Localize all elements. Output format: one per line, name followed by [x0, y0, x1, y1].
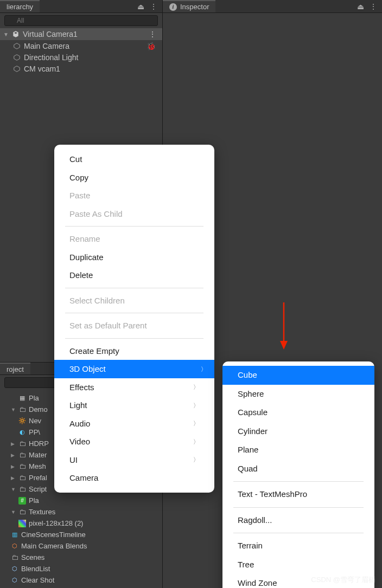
ctx-set-default-parent: Set as Default Parent — [54, 316, 214, 335]
folder-icon: 🗀 — [19, 474, 26, 482]
watermark: CSDN @雪弯了眉梢 — [311, 575, 375, 585]
project-item[interactable]: ▥CineScenesTimeline — [0, 529, 162, 540]
project-tab-label: roject — [7, 365, 24, 373]
folder-icon: 🗀 — [11, 553, 18, 561]
scene-name: Virtual Camera1 — [23, 30, 78, 38]
project-folder[interactable]: 🗀Scenes — [0, 552, 162, 563]
folder-icon: 🗀 — [19, 451, 26, 459]
ctx-copy[interactable]: Copy — [54, 169, 214, 187]
ctx-duplicate[interactable]: Duplicate — [54, 248, 214, 267]
project-item[interactable]: #Pla — [0, 495, 162, 506]
sub-sphere[interactable]: Sphere — [222, 385, 374, 404]
object-label: Directional Light — [24, 53, 78, 62]
folder-icon: 🗀 — [19, 485, 26, 493]
scene-menu-icon[interactable]: ⋮ — [149, 30, 156, 38]
submenu-arrow-icon: 〉 — [193, 419, 199, 427]
sub-plane[interactable]: Plane — [222, 441, 374, 460]
ctx-cut[interactable]: Cut — [54, 150, 214, 169]
menu-separator — [233, 533, 364, 533]
chevron-right-icon[interactable]: ▶ — [11, 475, 16, 481]
menu-separator — [65, 226, 203, 227]
asset-icon: ◐ — [18, 429, 26, 436]
menu-separator — [65, 313, 203, 313]
ctx-light[interactable]: Light〉 — [54, 396, 214, 415]
panel-menu-icon[interactable]: ⋮ — [150, 2, 157, 11]
project-item[interactable]: ⬡Main Camera Blends — [0, 540, 162, 552]
project-item[interactable]: ⬡Clear Shot — [0, 574, 162, 586]
sub-ragdoll[interactable]: Ragdoll... — [222, 511, 374, 530]
submenu-3d-object: Cube Sphere Capsule Cylinder Plane Quad … — [222, 361, 374, 588]
scene-icon: ⬡ — [11, 565, 18, 573]
scene-icon: ⬡ — [11, 577, 18, 584]
folder-icon: 🗀 — [19, 462, 26, 470]
blend-icon: ⬡ — [11, 542, 18, 550]
texture-icon — [18, 520, 26, 527]
sub-quad[interactable]: Quad — [222, 460, 374, 479]
submenu-arrow-icon: 〉 — [193, 383, 199, 391]
project-tab[interactable]: roject — [0, 363, 30, 374]
ctx-create-empty[interactable]: Create Empty — [54, 342, 214, 360]
lock-icon[interactable]: ⏏ — [137, 2, 144, 11]
project-folder[interactable]: ▼🗀Textures — [0, 506, 162, 518]
gameobject-icon — [13, 54, 21, 61]
chevron-down-icon[interactable]: ▼ — [11, 407, 16, 412]
chevron-right-icon[interactable]: ▶ — [11, 453, 16, 458]
ctx-ui[interactable]: UI〉 — [54, 451, 214, 469]
chevron-down-icon[interactable]: ▼ — [11, 509, 16, 515]
gameobject-icon — [13, 65, 21, 73]
chevron-down-icon[interactable]: ▼ — [11, 487, 16, 492]
hierarchy-tab[interactable]: lierarchy — [0, 0, 40, 12]
hierarchy-object[interactable]: Directional Light — [0, 51, 162, 63]
panel-menu-icon[interactable]: ⋮ — [370, 2, 377, 11]
chevron-right-icon[interactable]: ▶ — [11, 464, 16, 469]
chevron-down-icon[interactable]: ▼ — [3, 31, 9, 37]
ctx-camera[interactable]: Camera — [54, 469, 214, 487]
submenu-arrow-icon: 〉 — [201, 365, 207, 373]
ctx-rename: Rename — [54, 230, 214, 248]
folder-icon: 🗀 — [19, 440, 26, 448]
hierarchy-search-input[interactable] — [4, 15, 158, 26]
sub-cylinder[interactable]: Cylinder — [222, 422, 374, 441]
ctx-paste: Paste — [54, 186, 214, 205]
folder-icon: 🗀 — [19, 508, 26, 516]
sub-capsule[interactable]: Capsule — [222, 403, 374, 422]
asset-icon: ▦ — [18, 395, 26, 402]
asset-icon: 🔆 — [18, 417, 26, 425]
scene-row[interactable]: ▼ Virtual Camera1 ⋮ — [0, 28, 162, 40]
sub-text-tmp[interactable]: Text - TextMeshPro — [222, 485, 374, 504]
hierarchy-object[interactable]: CM vcam1 — [0, 63, 162, 74]
project-item[interactable]: pixel-128x128 (2) — [0, 518, 162, 529]
hierarchy-search-wrap — [4, 15, 158, 26]
context-menu: Cut Copy Paste Paste As Child Rename Dup… — [54, 145, 214, 493]
submenu-arrow-icon: 〉 — [193, 456, 199, 463]
menu-separator — [233, 507, 364, 508]
folder-icon: 🗀 — [19, 405, 26, 413]
bug-icon[interactable]: 🐞 — [147, 42, 156, 50]
project-item[interactable]: ⬡BlendList — [0, 563, 162, 574]
unity-logo-icon — [12, 30, 20, 38]
annotation-arrow — [276, 300, 292, 354]
menu-separator — [65, 288, 203, 288]
ctx-select-children: Select Children — [54, 292, 214, 310]
sub-terrain[interactable]: Terrain — [222, 537, 374, 555]
ctx-effects[interactable]: Effects〉 — [54, 378, 214, 397]
object-label: Main Camera — [24, 42, 69, 50]
timeline-icon: ▥ — [11, 531, 18, 539]
sub-cube[interactable]: Cube — [222, 366, 374, 385]
object-label: CM vcam1 — [24, 64, 60, 73]
hierarchy-tab-label: lierarchy — [7, 3, 33, 11]
gameobject-icon — [13, 42, 21, 50]
sub-tree[interactable]: Tree — [222, 555, 374, 574]
hierarchy-object[interactable]: Main Camera 🐞 — [0, 40, 162, 51]
ctx-delete[interactable]: Delete — [54, 266, 214, 285]
chevron-right-icon[interactable]: ▶ — [11, 441, 16, 447]
script-icon: # — [18, 497, 26, 505]
submenu-arrow-icon: 〉 — [193, 402, 199, 409]
ctx-3d-object[interactable]: 3D Object〉 — [54, 360, 214, 378]
inspector-tab[interactable]: i Inspector — [163, 0, 215, 12]
lock-icon[interactable]: ⏏ — [357, 2, 364, 11]
ctx-video[interactable]: Video〉 — [54, 432, 214, 451]
ctx-audio[interactable]: Audio〉 — [54, 415, 214, 433]
menu-separator — [65, 338, 203, 339]
ctx-paste-child: Paste As Child — [54, 205, 214, 223]
